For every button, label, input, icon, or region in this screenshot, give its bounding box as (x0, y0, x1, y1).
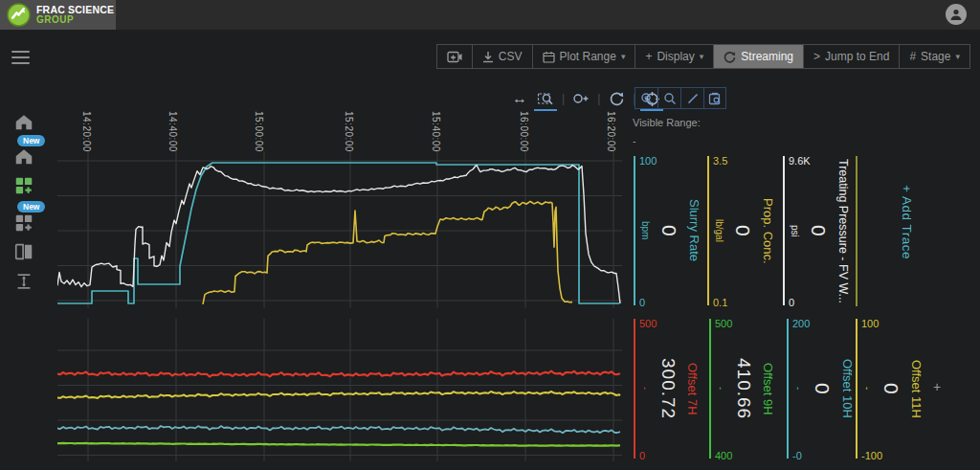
visible-range-value: - (633, 132, 701, 150)
trace-column-prop-conc[interactable]: 3.5 0.1 lb/gal 0 Prop. Conc. (707, 153, 780, 308)
user-avatar[interactable] (946, 4, 967, 25)
time-tick: 16:00:00 (519, 111, 529, 152)
trace-name: Prop. Conc. (761, 198, 775, 264)
expand-range-button[interactable] (680, 87, 703, 109)
trace-name: Offset 11H (909, 360, 924, 418)
trace-value: 0 (811, 383, 834, 395)
trace-unit: - (793, 387, 804, 390)
streaming-button[interactable]: Streaming (713, 44, 803, 69)
trace-name: Offset 10H (840, 359, 855, 418)
dashboard-add-icon[interactable] (13, 175, 34, 196)
trace-value: 0 (657, 225, 680, 237)
trace-column-offset-9h[interactable]: 500 400 - 410.66 Offset 9H (709, 316, 784, 461)
reset-zoom-icon[interactable] (607, 89, 626, 108)
separator: | (597, 92, 600, 105)
csv-label: CSV (499, 50, 523, 63)
plot-range-label: Plot Range (560, 50, 616, 63)
trace-name: Slurry Rate (687, 199, 702, 261)
journal-book-icon[interactable] (13, 241, 34, 262)
trace-unit: - (640, 387, 651, 390)
time-tick: 15:00:00 (254, 111, 264, 152)
caret-down-icon: ▾ (700, 52, 704, 61)
box-zoom-icon[interactable] (536, 89, 555, 108)
pan-horizontal-icon[interactable]: ↔ (510, 89, 529, 108)
plus-icon: + (645, 50, 652, 63)
add-trace-button[interactable]: + Add Trace (900, 185, 914, 259)
time-tick: 14:20:00 (81, 111, 92, 152)
time-tick: 15:40:00 (431, 111, 441, 152)
separator: | (562, 92, 565, 105)
trace-value: 0 (880, 383, 902, 395)
panel-divider (856, 156, 858, 306)
time-tick: 15:20:00 (344, 111, 354, 152)
calendar-icon (543, 51, 555, 63)
axis-line (707, 156, 709, 305)
display-button[interactable]: + Display ▾ (635, 44, 713, 69)
add-trace-plus-button[interactable]: + (933, 379, 941, 394)
trace-value: 0 (731, 225, 754, 237)
trace-unit: psi (790, 225, 800, 237)
trace-unit: - (862, 387, 873, 390)
axis-line (634, 319, 635, 459)
trace-column-slurry-rate[interactable]: 100 0 bpm 0 Slurry Rate (634, 153, 704, 308)
trace-name: Treating Pressure - FV W... (836, 159, 850, 303)
brand-sub: GROUP (36, 15, 114, 26)
caret-down-icon: ▾ (955, 52, 960, 61)
top-bar: FRAC SCIENCE GROUP (0, 0, 980, 30)
new-badge: New (17, 135, 45, 146)
trace-column-offset-10h[interactable]: 200 -0 - 0 Offset 10H (787, 316, 854, 461)
zoom-button-group (635, 87, 726, 109)
visible-range-label: Visible Range: (633, 114, 701, 132)
chevron-right-icon: > (813, 50, 820, 63)
csv-download-button[interactable]: CSV (472, 44, 532, 69)
time-tick: 14:40:00 (167, 111, 178, 152)
left-sidebar: New New (0, 30, 48, 470)
zoom-in-button[interactable] (635, 87, 657, 109)
trace-column-treating-pressure[interactable]: 9.6K 0 psi 0 Treating Pressure - FV W... (783, 153, 854, 308)
new-badge: New (17, 201, 45, 213)
home-icon[interactable] (13, 112, 34, 133)
caret-down-icon: ▾ (621, 52, 626, 61)
axis-line (856, 319, 858, 459)
home-new-icon[interactable] (13, 146, 34, 168)
offset-pressure-chart-plot[interactable] (57, 319, 622, 461)
refresh-icon (724, 51, 736, 63)
trace-value: 410.66 (733, 358, 754, 419)
trace-value: 0 (807, 225, 830, 237)
frac-science-logo-icon (7, 3, 31, 27)
trace-value: 300.72 (657, 358, 679, 419)
trace-unit: bpm (640, 221, 651, 239)
trace-column-offset-11h[interactable]: 100 -100 - 0 Offset 11H (856, 316, 924, 461)
trace-column-offset-7h[interactable]: 500 0 - 300.72 Offset 7H (634, 316, 707, 461)
treatment-chart-plot[interactable] (57, 151, 622, 308)
vertical-range-icon[interactable] (13, 271, 34, 292)
axis-line (709, 319, 711, 459)
axis-line (634, 156, 635, 305)
dashboard-add-new-icon[interactable] (13, 213, 34, 234)
zoom-out-button[interactable] (657, 87, 680, 109)
trace-unit: lb/gal (714, 219, 724, 242)
plot-range-button[interactable]: Plot Range ▾ (532, 44, 635, 69)
streaming-label: Streaming (741, 50, 793, 63)
main-toolbar: CSV Plot Range ▾ + Display ▾ Streaming >… (436, 44, 970, 69)
trace-name: Offset 9H (761, 363, 775, 415)
person-icon (948, 7, 964, 22)
download-icon (482, 51, 494, 63)
trace-unit: - (716, 387, 726, 390)
axis-line (787, 319, 789, 459)
stage-label: Stage (921, 50, 950, 63)
time-tick: 16:20:00 (606, 111, 616, 152)
display-label: Display (657, 50, 694, 63)
range-search-button[interactable] (703, 87, 726, 109)
export-video-button[interactable] (436, 44, 472, 69)
visible-range: Visible Range: - (633, 114, 701, 149)
jump-to-end-button[interactable]: > Jump to End (803, 44, 899, 69)
menu-hamburger-icon[interactable] (11, 51, 30, 68)
trace-name: Offset 7H (685, 363, 700, 415)
hash-icon: # (909, 50, 916, 63)
axis-line (783, 156, 785, 305)
axis-zoom-icon[interactable] (571, 89, 590, 108)
brand-logo: FRAC SCIENCE GROUP (0, 0, 116, 30)
stage-button[interactable]: # Stage ▾ (899, 44, 970, 69)
video-export-icon (447, 51, 462, 63)
